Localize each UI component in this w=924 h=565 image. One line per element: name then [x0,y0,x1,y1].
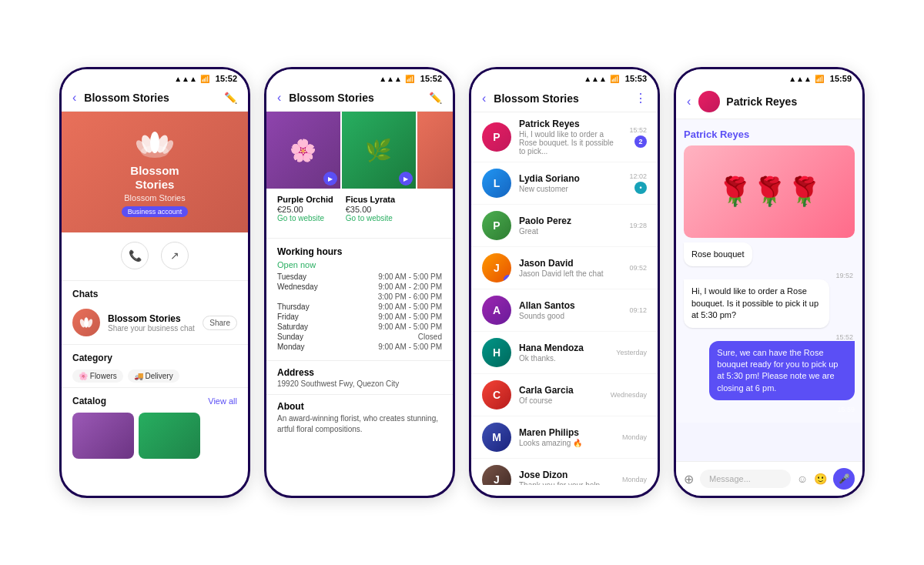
wh-monday: Monday9:00 AM - 5:00 PM [277,343,442,351]
info-patrick: Patrick Reyes Hi, I would like to order … [519,119,621,155]
back-button-2[interactable]: ‹ [277,91,281,105]
preview-carla: Of course [519,396,603,405]
time-carla: Wednesday [611,391,647,399]
chat-item-hana[interactable]: H Hana Mendoza Ok thanks. Yesterday [471,332,658,374]
wifi-icon: 📶 [200,75,209,83]
avatar-carla: C [482,380,511,410]
phone-2: ▲▲▲ 📶 15:52 ‹ Blossom Stories ✏️ 🌸▶ 🌿▶ P… [264,67,455,498]
edit-icon-1[interactable]: ✏️ [224,92,237,104]
time-patrick: 15:52 [629,126,647,134]
divider-3 [62,387,248,388]
info-jose: Jose Dizon Thank you for your help. [519,470,614,485]
product-list: Purple Orchid €25.00 Go to website Ficus… [266,189,453,236]
address-section: Address 19920 Southwest Fwy, Quezon City [266,363,453,393]
add-button[interactable]: ⊕ [684,472,694,486]
info-lydia: Lydia Soriano New customer [519,173,621,193]
chats-name: Blossom Stories [108,313,195,324]
status-bar-4: ▲▲▲ 📶 15:59 [676,69,862,86]
chat-item-jason[interactable]: J ← Jason David Jason David left the cha… [471,247,658,289]
chat-item-allan[interactable]: A Allan Santos Sounds good 09:12 [471,289,658,332]
about-text: An award-winning florist, who creates st… [277,413,442,435]
time-4: 15:59 [830,74,852,83]
name-patrick: Patrick Reyes [519,119,621,129]
signal-icon: ▲▲▲ [174,75,197,83]
chat-user-name: Patrick Reyes [684,129,749,140]
share-btn[interactable]: Share [203,316,237,330]
time-maren: Monday [622,433,647,441]
divider-2 [62,344,248,345]
avatar-hana: H [482,338,511,367]
product-row: Purple Orchid €25.00 Go to website Ficus… [277,195,442,230]
nav-bar-3: ‹ Blossom Stories ⋮ [471,86,658,112]
chat-item-patrick[interactable]: P Patrick Reyes Hi, I would like to orde… [471,112,658,162]
back-button-1[interactable]: ‹ [72,91,76,105]
message-input[interactable]: Message... [700,470,791,488]
catalog-title: Catalog [72,396,106,406]
time-received-1: 15:52 [684,333,855,341]
edit-icon-2[interactable]: ✏️ [429,92,442,104]
chat-item-maren[interactable]: M Maren Philips Looks amazing 🔥 Monday [471,416,658,459]
status-bar-3: ▲▲▲ 📶 15:53 [471,69,658,86]
chat-header-info: Patrick Reyes [698,91,797,112]
divider-p2-1 [266,238,453,239]
chat-item-lydia[interactable]: L Lydia Soriano New customer 12:02 • [471,162,658,205]
profile-subname: Blossom Stories [124,193,185,203]
preview-maren: Looks amazing 🔥 [519,439,614,447]
preview-allan: Sounds good [519,312,621,320]
catalog-images [62,410,248,462]
nav-bar-2: ‹ Blossom Stories ✏️ [266,86,453,112]
share-button[interactable]: ↗ [161,242,189,269]
phone-1: ▲▲▲ 📶 15:52 ‹ Blossom Stories ✏️ [59,67,250,498]
ficus-image: 🌿▶ [342,112,416,189]
preview-jose: Thank you for your help. [519,481,614,485]
msg-wrapper-3: Sure, we can have the Rose bouquet ready… [684,341,855,414]
play-badge-1: ▶ [323,172,337,186]
msg-wrapper-1: Rose bouquet 19:52 [684,242,855,279]
wh-saturday: Saturday9:00 AM - 5:00 PM [277,323,442,331]
time-3: 15:53 [625,74,647,83]
chat-item-carla[interactable]: C Carla Garcia Of course Wednesday [471,374,658,416]
category-tags: 🌸 Flowers 🚚 Delivery [62,366,248,386]
chats-info: Blossom Stories Share your business chat [108,313,195,333]
product-orchid: Purple Orchid €25.00 Go to website [277,195,333,222]
product-images-row: 🌸▶ 🌿▶ [266,112,453,189]
action-buttons: 📞 ↗ [62,232,248,279]
call-button[interactable]: 📞 [121,242,149,269]
product-ficus: Ficus Lyrata €35.00 Go to website [346,195,395,222]
chat-item-jose[interactable]: J Jose Dizon Thank you for your help. Mo… [471,459,658,485]
phone-3-content: P Patrick Reyes Hi, I would like to orde… [471,112,658,485]
msg-rose-label: Rose bouquet [684,242,752,266]
time-lydia: 12:02 [629,172,647,180]
status-bar-2: ▲▲▲ 📶 15:52 [266,69,453,86]
view-all-link[interactable]: View all [208,396,237,406]
name-jason: Jason David [519,258,621,269]
divider-p2-2 [266,360,453,361]
back-button-4[interactable]: ‹ [687,95,691,109]
nav-title-4: Patrick Reyes [726,95,797,108]
chats-section-title: Chats [62,282,248,303]
preview-jason: Jason David left the chat [519,269,621,278]
phone-1-content: BlossomStories Blossom Stories Business … [62,112,248,484]
ficus-details: Ficus Lyrata €35.00 Go to website [346,195,395,222]
nav-title-3: Blossom Stories [494,92,634,105]
preview-lydia: New customer [519,185,621,193]
time-paolo: 19:28 [629,222,647,229]
chat-item-paolo[interactable]: P Paolo Perez Great 19:28 [471,205,658,247]
wh-wednesday2: 3:00 PM - 6:00 PM [277,293,442,301]
sticker-button[interactable]: 🙂 [814,473,827,485]
back-button-3[interactable]: ‹ [482,92,486,105]
time-hana: Yesterday [616,349,647,356]
category-title: Category [62,346,248,366]
more-icon[interactable]: ⋮ [634,91,647,105]
info-allan: Allan Santos Sounds good [519,300,621,320]
mic-button[interactable]: 🎤 [833,468,855,490]
time-allan: 09:12 [629,306,647,314]
name-allan: Allan Santos [519,300,621,311]
emoji-button[interactable]: ☺ [797,473,808,485]
scene: ▲▲▲ 📶 15:52 ‹ Blossom Stories ✏️ [0,0,924,565]
left-indicator: ← [504,275,511,282]
preview-paolo: Great [519,227,621,236]
nav-bar-4: ‹ Patrick Reyes [676,86,862,119]
wh-wednesday: Wednesday9:00 AM - 2:00 PM [277,282,442,291]
phone-4: ▲▲▲ 📶 15:59 ‹ Patrick Reyes Patrick Reye… [674,67,865,498]
